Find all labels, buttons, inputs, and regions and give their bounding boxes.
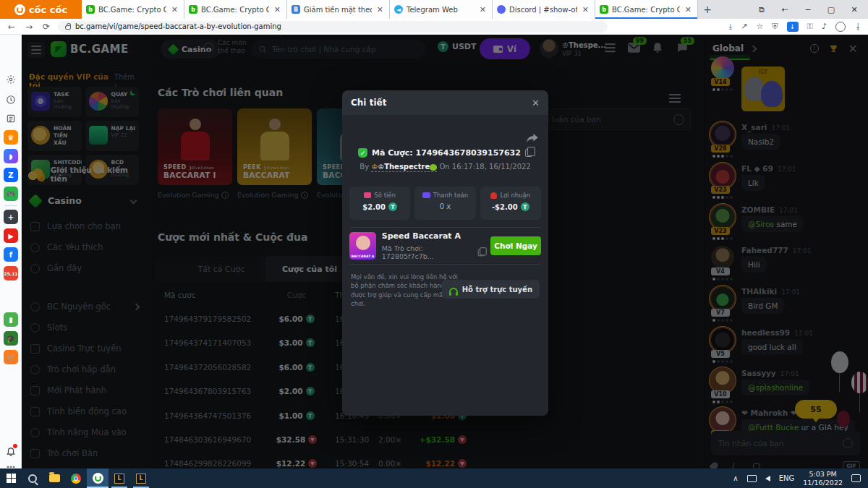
tab-close-icon[interactable]: ✕ — [375, 5, 385, 14]
tab-close-icon[interactable]: ✕ — [273, 5, 282, 14]
stat-amount: Số tiền $2.00T — [349, 187, 410, 220]
coccoc-taskbar-icon[interactable] — [87, 468, 109, 488]
browser-tab-1[interactable]: b BC.Game: Crypto Casino Gam ✕ — [82, 0, 184, 19]
network-icon[interactable] — [747, 475, 757, 482]
usdt-icon: T — [521, 202, 529, 211]
modal-title: Chi tiết — [351, 98, 386, 108]
add-shortcut-icon[interactable]: + — [4, 210, 18, 224]
league-of-legends-icon[interactable]: L — [130, 468, 152, 488]
coccoc-logo-icon — [14, 4, 25, 15]
game-code: Mã Trò chơi: 172805f7c7b... — [382, 244, 485, 260]
stat-profit: Lợi nhuận -$2.00T — [480, 187, 541, 220]
tab-close-icon[interactable]: ✕ — [684, 5, 693, 14]
browser-tab-3[interactable]: B Giảm tiền mặt theo tiến hóa ✕ — [287, 0, 390, 19]
profile-icon[interactable] — [835, 22, 846, 32]
browser-tab-2[interactable]: b BC.Game: Crypto Casino Gam ✕ — [184, 0, 287, 19]
new-tab-button[interactable]: + — [698, 0, 717, 19]
browser-tab-active[interactable]: b BC.Game: Crypto Casino Gam ✕ — [595, 0, 698, 19]
action-center-icon[interactable] — [851, 474, 861, 482]
close-window-button[interactable]: ✕ — [843, 5, 865, 14]
adblock-shield-icon[interactable]: ⛨ — [772, 22, 778, 31]
tab-title: Discord | #show-off-you — [509, 6, 577, 14]
coccoc-sidebar: ♛ ◗ Z 🎮 + ▶ f 25.11 ▮ 🎓 🛒 ⋯ — [0, 35, 22, 468]
tab-title: BC.Game: Crypto Casino Gam — [98, 6, 166, 14]
tab-close-icon[interactable]: ✕ — [170, 5, 179, 14]
bookmark-star-icon[interactable]: ☆ — [756, 22, 763, 31]
minimize-button[interactable]: − — [797, 5, 819, 14]
discord-favicon — [497, 5, 506, 14]
battery-app-icon[interactable]: ▮ — [4, 312, 18, 327]
sidebar-divider — [4, 205, 17, 206]
youtube-icon[interactable]: ▶ — [4, 228, 18, 243]
online-support-button[interactable]: Hỗ trợ trực tuyến — [442, 280, 540, 299]
forward-button[interactable]: → — [23, 22, 35, 32]
history-icon[interactable] — [4, 93, 18, 107]
address-bar[interactable]: bc.game/vi/game/speed-baccarat-a-by-evol… — [58, 21, 608, 33]
save-page-icon[interactable]: ⤓ — [728, 22, 732, 31]
file-explorer-icon[interactable] — [43, 468, 65, 488]
dice-icon — [364, 192, 371, 198]
tab-title: BC.Game: Crypto Casino Gam — [612, 6, 680, 14]
tray-expand-icon[interactable]: ∧ — [733, 474, 738, 482]
windows-taskbar: L L ∧ ENG 5:03 PM11/16/2022 — [0, 468, 868, 488]
bcgame-favicon: b — [86, 5, 95, 14]
coccoc-brand[interactable]: cốc cốc — [0, 0, 82, 19]
bcgame-favicon: b — [600, 5, 608, 14]
browser-urlbar: ← → ⟳ bc.game/vi/game/speed-baccarat-a-b… — [0, 19, 868, 35]
shop-cart-icon[interactable]: 🛒 — [4, 350, 18, 364]
headphones-icon — [449, 288, 458, 294]
downloads-tray-icon[interactable]: ⭳ — [854, 22, 862, 31]
copy-icon[interactable] — [525, 149, 532, 157]
crown-rewards-icon[interactable]: ♛ — [4, 130, 18, 145]
tab-title: BC.Game: Crypto Casino Gam — [201, 6, 269, 14]
bet-byline: By ♔♔Thespectre On 16:17:18, 16/11/2022 — [342, 163, 548, 171]
settings-gear-icon[interactable] — [4, 72, 18, 87]
share-bet-icon[interactable] — [527, 132, 538, 146]
sync-icon[interactable]: ⇠ — [774, 5, 796, 14]
volume-icon[interactable] — [765, 476, 770, 481]
tab-close-icon[interactable]: ✕ — [581, 5, 590, 14]
maximize-button[interactable]: ▢ — [820, 5, 842, 14]
language-indicator[interactable]: ENG — [779, 474, 795, 482]
play-now-button[interactable]: Chơi Ngay — [490, 236, 541, 255]
system-tray: ∧ ENG 5:03 PM11/16/2022 — [733, 470, 868, 487]
share-icon[interactable]: ↗ — [741, 22, 747, 31]
urlbar-actions: ⤓ ↗ ☆ ⛨ ↓ ⚿ ♪ ⭳ — [728, 22, 862, 32]
reload-button[interactable]: ⟳ — [41, 22, 52, 32]
messenger-icon[interactable]: ◗ — [4, 149, 18, 163]
taskbar-search-icon[interactable] — [22, 468, 43, 488]
modal-close-icon[interactable]: ✕ — [532, 98, 540, 108]
bet-stats: Số tiền $2.00T Thanh toán 0 x Lợi nhuận … — [349, 187, 541, 220]
url-text: bc.game/vi/game/speed-baccarat-a-by-evol… — [75, 22, 281, 30]
game-thumbnail[interactable]: BACCARAT A — [349, 232, 376, 260]
tab-close-icon[interactable]: ✕ — [478, 5, 488, 14]
sale-icon[interactable]: 25.11 — [4, 266, 18, 281]
copy-icon[interactable] — [478, 249, 484, 255]
games-icon[interactable]: 🎮 — [4, 187, 18, 201]
download-active-icon[interactable]: ↓ — [787, 22, 799, 32]
browser-tab-4[interactable]: ◄ Telegram Web ✕ — [390, 0, 493, 19]
bet-author-link[interactable]: ♔♔Thespectre — [371, 163, 437, 172]
extensions-icon[interactable]: ⚿ — [807, 22, 813, 31]
game-title[interactable]: Speed Baccarat A — [382, 231, 485, 241]
browser-tab-5[interactable]: Discord | #show-off-you ✕ — [493, 0, 595, 19]
modal-header: Chi tiết ✕ — [342, 90, 548, 115]
tab-search-icon[interactable]: ⧉ — [751, 5, 773, 14]
chrome-icon[interactable] — [65, 468, 87, 488]
zalo-icon[interactable]: Z — [4, 168, 18, 182]
start-button[interactable] — [0, 468, 22, 488]
window-controls: ⧉ ⇠ − ▢ ✕ — [751, 0, 868, 19]
lock-icon — [65, 25, 71, 30]
browser-tabstrip: cốc cốc b BC.Game: Crypto Casino Gam ✕ b… — [0, 0, 868, 19]
verified-shield-icon: ✓ — [358, 148, 367, 158]
study-app-icon[interactable]: 🎓 — [4, 331, 18, 346]
notification-bell-icon[interactable] — [4, 444, 18, 458]
facebook-icon[interactable]: f — [4, 247, 18, 262]
back-button[interactable]: ← — [6, 22, 17, 32]
sale-badge-label: 25.11 — [4, 271, 18, 276]
taskbar-clock[interactable]: 5:03 PM11/16/2022 — [803, 470, 843, 487]
league-of-legends-icon[interactable]: L — [109, 468, 130, 488]
coccoc-brand-label: cốc cốc — [29, 4, 67, 15]
newsfeed-icon[interactable] — [4, 111, 18, 126]
media-icon[interactable]: ♪ — [822, 22, 827, 31]
